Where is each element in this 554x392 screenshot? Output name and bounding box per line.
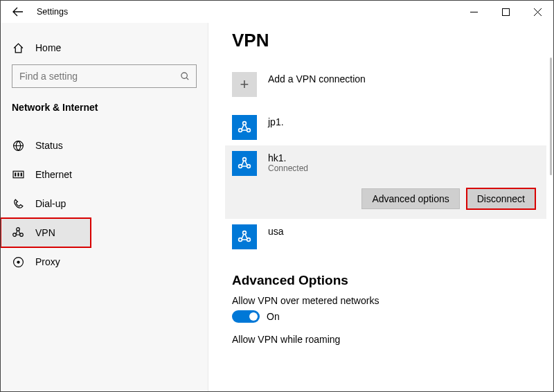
vpn-name: hk1. [268,151,308,163]
svg-rect-6 [15,172,16,176]
svg-rect-1 [502,8,509,15]
vpn-tile-icon [232,115,257,140]
close-button[interactable] [521,1,553,23]
nav-label: Ethernet [35,169,72,180]
nav-label: VPN [35,227,55,238]
svg-point-2 [181,72,187,78]
advanced-options-button[interactable]: Advanced options [361,188,459,209]
vpn-action-row: Advanced options Disconnect [232,188,539,209]
vpn-tile-icon [232,224,257,249]
search-box[interactable] [12,64,197,88]
add-vpn-row[interactable]: + Add a VPN connection [232,66,539,103]
vpn-tile-icon [232,151,257,176]
vpn-status: Connected [268,163,308,173]
svg-point-11 [17,228,20,231]
page-title: VPN [232,30,539,51]
sidebar: Home Network & Internet Status Ethernet [1,23,208,391]
sidebar-section-title: Network & Internet [1,96,208,121]
globe-icon [12,139,24,152]
sidebar-item-vpn[interactable]: VPN [1,218,91,247]
roaming-option-label: Allow VPN while roaming [232,334,539,345]
svg-point-19 [243,158,247,161]
svg-point-22 [243,231,247,235]
minimize-button[interactable] [458,1,490,23]
window-title: Settings [37,7,68,17]
toggle-state: On [267,311,280,322]
sidebar-item-status[interactable]: Status [1,131,208,160]
disconnect-button[interactable]: Disconnect [467,188,535,209]
nav-label: Dial-up [35,198,66,209]
add-vpn-label: Add a VPN connection [268,72,366,84]
svg-point-13 [17,260,19,263]
svg-rect-8 [20,172,21,176]
svg-point-16 [243,122,247,125]
sidebar-item-dialup[interactable]: Dial-up [1,189,208,218]
vpn-connection-usa[interactable]: usa [232,219,539,255]
sidebar-item-ethernet[interactable]: Ethernet [1,160,208,189]
svg-point-9 [13,233,17,237]
ethernet-icon [12,168,24,181]
nav-label: Status [35,140,63,151]
scrollbar[interactable] [550,57,552,175]
vpn-icon [12,226,24,239]
sidebar-item-proxy[interactable]: Proxy [1,247,208,276]
vpn-name: jp1. [268,115,284,127]
svg-line-3 [186,78,188,80]
nav-label: Proxy [35,256,60,267]
home-label: Home [35,42,61,53]
advanced-options-heading: Advanced Options [232,273,539,288]
vpn-connection-hk1[interactable]: hk1. Connected Advanced options Disconne… [225,145,546,219]
home-nav[interactable]: Home [1,34,208,62]
metered-toggle[interactable]: On [232,310,539,323]
maximize-button[interactable] [490,1,521,23]
search-icon [180,71,190,82]
vpn-name: usa [268,224,284,237]
proxy-icon [12,256,24,268]
svg-rect-7 [17,172,19,176]
plus-icon: + [232,72,257,97]
metered-option-label: Allow VPN over metered networks [232,295,539,306]
phone-icon [12,197,24,210]
window-controls [458,1,553,23]
svg-point-10 [20,233,24,237]
home-icon [12,42,24,54]
content-pane: VPN + Add a VPN connection jp1. hk1. Con… [208,23,553,391]
vpn-connection-jp1[interactable]: jp1. [232,109,539,145]
toggle-track [232,310,260,323]
back-button[interactable] [10,4,26,19]
search-input[interactable] [18,70,180,82]
